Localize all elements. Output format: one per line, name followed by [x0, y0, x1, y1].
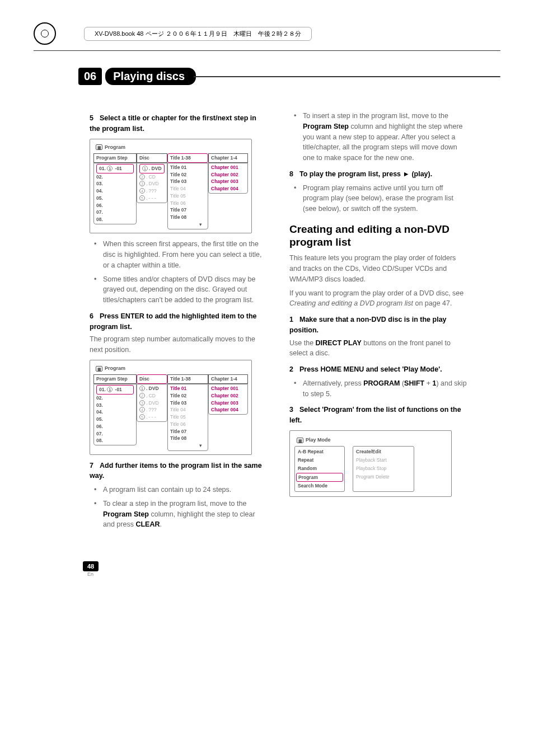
page-lang: En	[87, 571, 500, 577]
paragraph: If you want to program the play order of…	[289, 288, 467, 309]
col-title: Title 1-38	[167, 153, 208, 163]
step-8-heading: 8To play the program list, press ► (play…	[289, 169, 467, 180]
bullet-item: Alternatively, press PROGRAM (SHIFT + 1)…	[297, 378, 467, 400]
play-icon: ►	[403, 170, 410, 178]
step-3-heading: 3Select 'Program' from the list of funct…	[289, 405, 467, 426]
chapter-title: Playing discs	[105, 68, 196, 85]
page-number-badge: 48	[83, 561, 99, 571]
bullet-item: To clear a step in the program list, mov…	[97, 499, 267, 530]
bullet-item: Program play remains active until you tu…	[297, 183, 467, 214]
left-column: 5Select a title or chapter for the first…	[90, 107, 267, 533]
ring-mark-icon	[34, 22, 56, 45]
program-table-1: ▦Program Program Step 01. 1 -01 02. 03. …	[90, 139, 252, 234]
step-2-heading: 2Press HOME MENU and select 'Play Mode'.	[289, 364, 467, 375]
step-6-body: The program step number automatically mo…	[90, 334, 267, 355]
paragraph: This feature lets you program the play o…	[289, 253, 467, 284]
right-column: To insert a step in the program list, mo…	[289, 107, 467, 533]
bullet-item: To insert a step in the program list, mo…	[297, 111, 467, 163]
program-table-2: ▦Program Program Step 01. 1 -01 02.03. 0…	[90, 360, 252, 455]
step-1-body: Use the DIRECT PLAY buttons on the front…	[289, 338, 467, 359]
col-chapter: Chapter 1-4	[208, 153, 248, 163]
print-header: XV-DV88.book 48 ページ ２００６年１１月９日 木曜日 午後２時２…	[34, 22, 500, 45]
bullet-item: A program list can contain up to 24 step…	[97, 485, 267, 495]
section-heading: Creating and editing a non-DVD program l…	[289, 223, 467, 249]
chapter-number: 06	[78, 68, 102, 85]
col-program-step: Program Step	[93, 153, 137, 163]
bullet-item: Some titles and/or chapters of DVD discs…	[97, 274, 267, 306]
divider	[34, 50, 500, 51]
bullet-item: When this screen first appears, the firs…	[97, 239, 267, 270]
play-mode-box: ▦Play Mode A-B Repeat Repeat Random Prog…	[289, 430, 452, 497]
playmode-icon: ▦	[297, 438, 303, 443]
step-7-heading: 7Add further items to the program list i…	[90, 461, 267, 482]
col-disc: Disc	[137, 153, 167, 163]
step-1-heading: 1Make sure that a non-DVD disc is in the…	[289, 314, 467, 336]
step-5-heading: 5Select a title or chapter for the first…	[90, 113, 267, 134]
book-header-text: XV-DV88.book 48 ページ ２００６年１１月９日 木曜日 午後２時２…	[84, 27, 312, 41]
program-icon: ▦	[96, 366, 102, 372]
program-icon: ▦	[96, 144, 102, 150]
step-6-heading: 6Press ENTER to add the highlighted item…	[90, 311, 267, 332]
chapter-header: 06 Playing discs	[78, 68, 500, 85]
